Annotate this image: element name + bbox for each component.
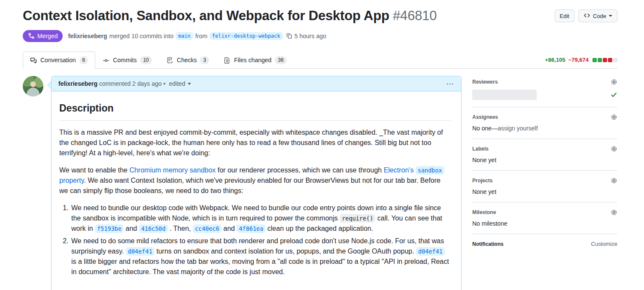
sidebar-section-projects: Projects None yet — [472, 171, 617, 202]
chevron-down-icon — [609, 15, 612, 17]
approved-check-icon — [611, 91, 617, 98]
tab-files-changed[interactable]: Files changed 36 — [216, 51, 294, 69]
commit-link[interactable]: f5193be — [95, 224, 124, 233]
sidebar-section-reviewers: Reviewers — [472, 79, 617, 107]
head-branch-label[interactable]: felixr-desktop-webpack — [210, 32, 283, 40]
tab-checks[interactable]: Checks 3 — [159, 51, 216, 69]
commit-link[interactable]: 4f861ea — [237, 224, 265, 233]
notifications-heading: Notifications — [472, 241, 504, 247]
copy-branch-icon[interactable] — [286, 33, 292, 39]
comment-body: Description This is a massive PR and bes… — [52, 91, 461, 290]
labels-heading: Labels — [472, 146, 489, 152]
diff-block-del — [608, 58, 612, 62]
commit-link[interactable]: d04ef41 — [416, 247, 445, 256]
description-list: We need to bundle our desktop code with … — [59, 203, 451, 277]
comment-caret — [48, 82, 51, 88]
pr-description-comment: felixrieseberg commented 2 days ago • ed… — [23, 76, 462, 290]
assignees-value: No one—assign yourself — [472, 125, 617, 132]
avatar[interactable] — [23, 76, 43, 97]
tab-commits-count: 10 — [140, 56, 152, 64]
inline-link[interactable]: Electron's — [384, 166, 416, 174]
base-branch-label[interactable]: main — [176, 32, 193, 40]
assignees-heading-row: Assignees — [472, 114, 617, 121]
text-run: clean up the packaged application. — [265, 225, 373, 232]
pr-header: Context Isolation, Sandbox, and Webpack … — [23, 8, 617, 24]
labels-value: None yet — [472, 157, 617, 163]
commit-link[interactable]: 416c50d — [139, 224, 168, 233]
gear-icon[interactable] — [611, 145, 617, 152]
assign-yourself-link[interactable]: assign yourself — [498, 125, 538, 132]
sidebar-section-assignees: Assignees No one—assign yourself — [472, 107, 617, 139]
comment-author[interactable]: felixrieseberg — [58, 80, 97, 87]
gear-icon[interactable] — [611, 79, 617, 85]
text-run: and — [124, 225, 139, 232]
description-paragraph-1: This is a massive PR and best enjoyed co… — [59, 127, 451, 158]
commit-link[interactable]: d04ef41 — [126, 247, 155, 256]
code-icon — [583, 12, 590, 20]
list-item: We need to bundle our desktop code with … — [70, 203, 451, 234]
merge-action-text: merged 10 commits into — [109, 33, 173, 39]
code-button[interactable]: Code — [578, 9, 617, 22]
diffstat-additions: +86,105 — [545, 57, 565, 63]
labels-heading-row: Labels — [472, 145, 617, 152]
sidebar-section-notifications: Notifications Customize — [472, 234, 617, 254]
text-run: is a little bigger and refactors how the… — [71, 258, 449, 275]
text-run: This is a massive PR and best enjoyed co… — [59, 129, 443, 157]
edit-button[interactable]: Edit — [555, 9, 574, 22]
text-run: . We also want Context Isolation, which … — [59, 177, 440, 194]
kebab-menu-icon[interactable]: ··· — [447, 81, 454, 87]
diff-block-add — [592, 58, 597, 62]
diff-block-del — [603, 58, 607, 62]
edited-dropdown[interactable]: edited — [169, 80, 191, 87]
no-assignee-text: No one— — [472, 125, 498, 132]
diffstat-blocks — [592, 58, 617, 62]
comment-header: felixrieseberg commented 2 days ago • ed… — [52, 76, 461, 91]
pr-content: felixrieseberg commented 2 days ago • ed… — [23, 76, 617, 290]
inline-link[interactable]: Chromium memory sandbox — [129, 166, 216, 174]
commit-link[interactable]: cc40ec6 — [193, 224, 222, 233]
status-badge-label: Merged — [37, 33, 58, 39]
list-item: We need to do some mild refactors to ens… — [70, 236, 451, 277]
tab-files-changed-count: 36 — [275, 56, 286, 64]
pr-number: #46810 — [393, 8, 437, 23]
commit-link[interactable]: sandbox — [416, 166, 444, 175]
notifications-heading-row: Notifications Customize — [472, 241, 617, 247]
page-title: Context Isolation, Sandbox, and Webpack … — [23, 8, 555, 24]
text-run: for our renderer processes, which we can… — [216, 166, 383, 174]
gear-icon[interactable] — [611, 114, 617, 121]
checklist-icon — [167, 57, 173, 64]
diffstat: +86,105 −79,674 — [545, 57, 617, 68]
milestone-value: No milestone — [472, 220, 617, 227]
tab-conversation[interactable]: Conversation 6 — [23, 51, 95, 69]
reviewer-row — [472, 90, 617, 100]
pr-tabnav: Conversation 6 Commits 10 Checks 3 — [23, 51, 617, 69]
tab-conversation-count: 6 — [79, 56, 88, 64]
gear-icon[interactable] — [611, 209, 617, 216]
git-merge-icon — [28, 33, 35, 39]
comment-box: felixrieseberg commented 2 days ago • ed… — [51, 76, 462, 290]
pr-sidebar: Reviewers Assignees — [472, 76, 617, 290]
inline-code: require() — [340, 214, 375, 223]
text-run: turns on sandbox and context isolation f… — [155, 248, 416, 255]
customize-link[interactable]: Customize — [591, 241, 617, 247]
milestone-heading-row: Milestone — [472, 209, 617, 216]
comment-discussion-icon — [30, 57, 37, 64]
chevron-down-icon — [188, 83, 191, 85]
text-run: We want to enable the — [59, 166, 129, 174]
diff-block-neutral — [613, 58, 617, 62]
reviewer-name-redacted[interactable] — [472, 90, 537, 100]
header-actions: Edit Code — [555, 8, 617, 22]
tab-commits-label: Commits — [113, 56, 137, 65]
text-run: . Then, — [168, 225, 193, 232]
tab-commits[interactable]: Commits 10 — [95, 51, 159, 69]
projects-heading: Projects — [472, 178, 492, 184]
commit-icon — [103, 57, 109, 64]
reviewers-heading: Reviewers — [472, 79, 498, 85]
pr-author[interactable]: felixrieseberg — [68, 33, 107, 39]
inline-link[interactable]: property — [59, 177, 84, 184]
merge-time[interactable]: 5 hours ago — [295, 33, 326, 39]
gear-icon[interactable] — [611, 177, 617, 184]
status-badge: Merged — [23, 30, 63, 42]
milestone-heading: Milestone — [472, 209, 496, 215]
tab-checks-label: Checks — [177, 56, 197, 65]
